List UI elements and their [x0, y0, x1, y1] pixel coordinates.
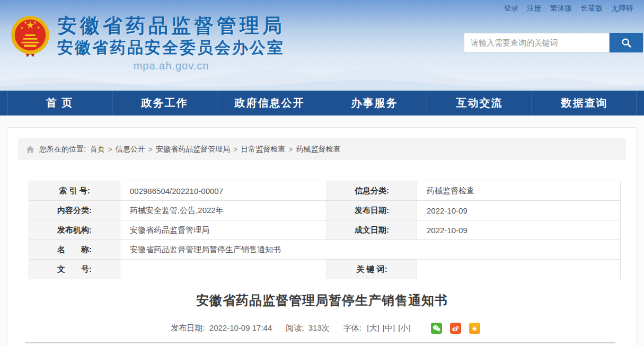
- info-class-label: 信息分类:: [327, 181, 417, 201]
- breadcrumb-item-agency[interactable]: 安徽省药品监督管理局: [156, 145, 230, 154]
- national-emblem-icon: [10, 15, 51, 58]
- article-meta: 发布日期: 2022-10-09 17:44 阅读: 313次 字体: [大] …: [7, 323, 637, 334]
- written-date-label: 成文日期:: [327, 220, 417, 240]
- qzone-share-button[interactable]: ★: [469, 323, 480, 334]
- doc-number-label: 文 号:: [29, 260, 120, 279]
- site-logo[interactable]: 安徽省药品监督管理局 安徽省药品安全委员会办公室 mpa.ah.gov.cn: [10, 15, 285, 72]
- publish-org-value: 安徽省药品监督管理局: [120, 220, 327, 240]
- doc-number-value: [120, 260, 327, 279]
- breadcrumb-item-home[interactable]: 首页: [90, 145, 105, 154]
- home-icon: [25, 145, 35, 154]
- index-number-value: 002986504/202210-00007: [120, 181, 327, 201]
- breadcrumb-item-info-disclosure[interactable]: 信息公开: [116, 145, 145, 154]
- breadcrumb-separator: >: [285, 145, 296, 154]
- font-size-small-button[interactable]: [小]: [398, 323, 410, 332]
- site-url: mpa.ah.gov.cn: [57, 60, 285, 72]
- keywords-value: [417, 260, 621, 279]
- breadcrumb-separator: >: [145, 145, 156, 154]
- font-size-large-button[interactable]: [大]: [367, 323, 379, 332]
- nav-item-info-disclosure[interactable]: 政府信息公开: [217, 91, 322, 116]
- search-icon: [621, 37, 632, 49]
- breadcrumb-item-drug-device-inspection[interactable]: 药械监督检查: [296, 145, 340, 154]
- font-size-label: 字体:: [343, 323, 366, 332]
- wechat-share-button[interactable]: [431, 323, 442, 334]
- site-subtitle: 安徽省药品安全委员会办公室: [57, 38, 285, 58]
- content-panel: 您所在的位置: 首页 > 信息公开 > 安徽省药品监督管理局 > 日常监督检查 …: [7, 127, 637, 346]
- weibo-share-button[interactable]: [450, 323, 461, 334]
- document-name-label: 名 称:: [29, 240, 120, 260]
- index-number-label: 索 引 号:: [29, 181, 120, 201]
- article-views-label: 阅读:: [286, 323, 308, 332]
- publish-date-label: 发布日期:: [327, 201, 417, 220]
- breadcrumb-prefix: 您所在的位置:: [39, 145, 90, 154]
- content-divider: [25, 342, 615, 343]
- content-class-label: 内容分类:: [29, 201, 120, 220]
- main-nav: 首 页 政务工作 政府信息公开 办事服务 互动交流 数据查询: [0, 91, 644, 116]
- nav-item-services[interactable]: 办事服务: [322, 91, 427, 116]
- qzone-star-icon: ★: [471, 325, 478, 332]
- site-header: 登录| 注册| 繁体版| 长辈版| 无障碍 安徽省药品监督管理局 安徽省: [0, 0, 644, 91]
- info-class-value: 药械监督检查: [417, 181, 621, 201]
- site-title-block: 安徽省药品监督管理局 安徽省药品安全委员会办公室 mpa.ah.gov.cn: [57, 15, 285, 72]
- breadcrumb-item-daily-inspection[interactable]: 日常监督检查: [241, 145, 285, 154]
- nav-item-government-work[interactable]: 政务工作: [112, 91, 217, 116]
- article-views-value: 313次: [308, 323, 330, 332]
- article-publish-date-value: 2022-10-09 17:44: [209, 323, 272, 332]
- breadcrumb-separator: >: [105, 145, 116, 154]
- article-publish-date: 发布日期: 2022-10-09 17:44: [171, 323, 272, 333]
- site-title: 安徽省药品监督管理局: [57, 15, 285, 38]
- written-date-value: 2022-10-09: [417, 220, 621, 240]
- article-title: 安徽省药品监督管理局暂停生产销售通知书: [7, 292, 637, 309]
- nav-item-data-query[interactable]: 数据查询: [532, 91, 637, 116]
- font-size-medium-button[interactable]: [中]: [383, 323, 395, 332]
- traditional-chinese-link[interactable]: 繁体版: [547, 4, 576, 13]
- document-name-value: 安徽省药品监督管理局暂停生产销售通知书: [120, 240, 621, 260]
- search-button[interactable]: [610, 33, 643, 52]
- search-input[interactable]: [464, 33, 610, 52]
- document-meta-table: 索 引 号: 002986504/202210-00007 信息分类: 药械监督…: [29, 181, 621, 279]
- article-publish-date-label: 发布日期:: [171, 323, 209, 332]
- keywords-label: 关 键 词:: [327, 260, 417, 279]
- breadcrumb: 您所在的位置: 首页 > 信息公开 > 安徽省药品监督管理局 > 日常监督检查 …: [18, 138, 626, 160]
- weibo-icon: [451, 324, 460, 333]
- nav-item-home[interactable]: 首 页: [7, 91, 112, 116]
- wechat-icon: [432, 324, 441, 333]
- login-link[interactable]: 登录: [500, 4, 522, 13]
- accessibility-link[interactable]: 无障碍: [608, 4, 637, 13]
- breadcrumb-separator: >: [230, 145, 241, 154]
- elderly-version-link[interactable]: 长辈版: [577, 4, 606, 13]
- utility-links: 登录| 注册| 繁体版| 长辈版| 无障碍: [500, 4, 637, 13]
- nav-item-interaction[interactable]: 互动交流: [427, 91, 532, 116]
- publish-date-value: 2022-10-09: [417, 201, 621, 220]
- share-buttons: ★: [423, 323, 480, 334]
- content-class-value: 药械安全监管,公告,2022年: [120, 201, 327, 220]
- site-search: [464, 33, 643, 52]
- publish-org-label: 发布机构:: [29, 220, 120, 240]
- font-size-controls: 字体: [大] [中] [小]: [343, 323, 411, 333]
- article-views: 阅读: 313次: [286, 323, 330, 333]
- register-link[interactable]: 注册: [524, 4, 545, 13]
